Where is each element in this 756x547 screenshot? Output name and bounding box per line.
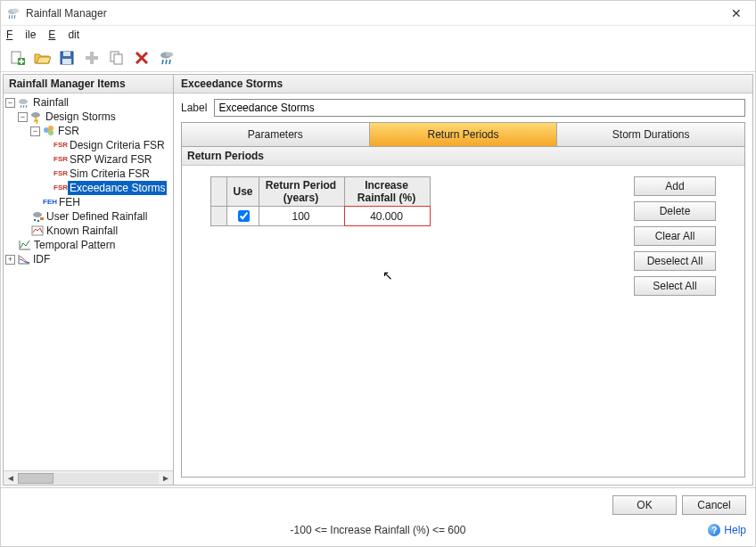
grid-cell-use[interactable] (227, 207, 259, 226)
tab-storm-durations[interactable]: Storm Durations (557, 123, 744, 146)
svg-point-25 (33, 212, 42, 217)
scroll-right-icon[interactable]: ► (159, 472, 173, 485)
grid-row[interactable]: 100 40.000 (211, 207, 431, 226)
svg-rect-28 (40, 217, 44, 220)
tree-label: Exceedance Storms (68, 181, 167, 195)
svg-line-2 (9, 15, 10, 19)
clear-all-button[interactable]: Clear All (634, 226, 716, 246)
tree-design-storms[interactable]: − Design Storms (4, 110, 173, 124)
cancel-button[interactable]: Cancel (682, 495, 746, 515)
tree-label: Design Storms (44, 110, 118, 124)
tree-srp-wizard-fsr[interactable]: FSR SRP Wizard FSR (4, 152, 173, 167)
label-caption: Label (181, 102, 207, 114)
expand-icon[interactable]: + (5, 255, 15, 265)
collapse-icon[interactable]: − (18, 112, 28, 122)
svg-line-19 (23, 105, 24, 108)
label-input[interactable] (214, 99, 745, 117)
new-button[interactable] (6, 47, 28, 69)
tree-label: Sim Criteria FSR (68, 167, 152, 181)
use-checkbox[interactable] (238, 210, 250, 222)
svg-line-14 (162, 60, 163, 64)
footer: OK Cancel -100 <= Increase Rainfall (%) … (1, 487, 755, 544)
menu-edit[interactable]: Edit (48, 29, 79, 41)
delete-row-button[interactable]: Delete (634, 201, 716, 221)
temporal-icon (18, 238, 32, 252)
tree[interactable]: − Rainfall − Design Storms − (4, 94, 173, 470)
select-all-button[interactable]: Select All (634, 276, 716, 296)
svg-point-13 (166, 52, 173, 56)
tab-return-periods[interactable]: Return Periods (370, 123, 558, 146)
sidebar: Rainfall Manager Items − Rainfall − Desi… (3, 74, 174, 486)
tree-fsr[interactable]: − FSR (4, 124, 173, 138)
tree-known-rainfall[interactable]: Known Rainfall (4, 224, 173, 238)
return-periods-grid[interactable]: Use Return Period (years) Increase Rainf… (210, 176, 431, 226)
tab-parameters[interactable]: Parameters (182, 123, 370, 146)
panel-body: Use Return Period (years) Increase Rainf… (182, 166, 744, 477)
ok-button[interactable]: OK (612, 495, 677, 515)
scroll-left-icon[interactable]: ◄ (4, 472, 18, 485)
grid-cell-increase[interactable]: 40.000 (345, 207, 431, 226)
tree-label: Rainfall (31, 95, 70, 110)
svg-point-21 (31, 112, 40, 118)
cursor-icon: ↖ (382, 268, 393, 282)
collapse-icon[interactable]: − (5, 98, 15, 108)
tree-rainfall[interactable]: − Rainfall (4, 95, 173, 110)
close-button[interactable]: ✕ (723, 6, 750, 20)
tree-label: User Defined Rainfall (45, 209, 149, 224)
grid-row-selector[interactable] (211, 207, 227, 226)
svg-rect-9 (62, 59, 71, 64)
tree-label: Known Rainfall (45, 224, 119, 238)
storm-icon (29, 110, 44, 124)
svg-line-4 (14, 15, 15, 19)
tree-label: Temporal Pattern (32, 238, 117, 252)
svg-point-1 (12, 8, 19, 12)
tree-exceedance-storms[interactable]: FSR Exceedance Storms (4, 181, 173, 195)
scroll-thumb[interactable] (18, 473, 53, 484)
svg-point-27 (37, 220, 39, 222)
panel-header: Return Periods (182, 147, 744, 166)
help-label: Help (724, 524, 746, 536)
footer-status-row: -100 <= Increase Rainfall (%) <= 600 ? H… (10, 524, 746, 536)
svg-point-17 (19, 99, 28, 104)
tree-user-defined[interactable]: User Defined Rainfall (4, 209, 173, 224)
scroll-track[interactable] (18, 473, 159, 484)
tree-label: Design Criteria FSR (68, 138, 167, 152)
tree-feh[interactable]: FEH FEH (4, 195, 173, 209)
toolbar (1, 44, 755, 72)
rainfall-button[interactable] (156, 47, 177, 69)
deselect-all-button[interactable]: Deselect All (634, 251, 716, 271)
svg-rect-8 (63, 52, 70, 56)
add-disabled-button (81, 47, 103, 69)
fsr-icon: FSR (53, 181, 68, 195)
content: Rainfall Manager Items − Rainfall − Desi… (1, 72, 755, 487)
grid-rowheader-blank (211, 177, 227, 207)
svg-line-15 (166, 60, 167, 64)
window-title: Rainfall Manager (26, 7, 723, 20)
help-link[interactable]: ? Help (708, 524, 746, 536)
save-button[interactable] (56, 47, 78, 69)
feh-icon: FEH (43, 195, 57, 209)
sidebar-hscroll[interactable]: ◄ ► (4, 470, 173, 485)
grid-cell-return-period[interactable]: 100 (259, 207, 345, 226)
return-periods-panel: Return Periods Use Return Period (years)… (181, 147, 745, 478)
menu-file[interactable]: File (6, 29, 36, 41)
collapse-icon[interactable]: − (30, 127, 40, 136)
tree-sim-criteria-fsr[interactable]: FSR Sim Criteria FSR (4, 167, 173, 181)
fsr-icon: FSR (53, 138, 68, 152)
delete-button[interactable] (131, 47, 152, 69)
fsr-icon: FSR (53, 167, 68, 181)
copy-button[interactable] (106, 47, 127, 69)
tree-temporal-pattern[interactable]: Temporal Pattern (4, 238, 173, 252)
svg-line-18 (21, 105, 21, 108)
tree-idf[interactable]: + IDF (4, 252, 173, 266)
tree-design-criteria-fsr[interactable]: FSR Design Criteria FSR (4, 138, 173, 152)
sidebar-header: Rainfall Manager Items (4, 75, 173, 94)
open-button[interactable] (31, 47, 53, 69)
grid-button-column: Add Delete Clear All Deselect All Select… (634, 176, 716, 296)
user-rain-icon (30, 209, 45, 224)
main-header: Exceedance Storms (174, 75, 752, 94)
main-panel: Exceedance Storms Label Parameters Retur… (174, 74, 753, 486)
fsr-icon: FSR (53, 152, 68, 167)
add-button[interactable]: Add (634, 176, 716, 196)
cloud-icon (17, 95, 31, 110)
